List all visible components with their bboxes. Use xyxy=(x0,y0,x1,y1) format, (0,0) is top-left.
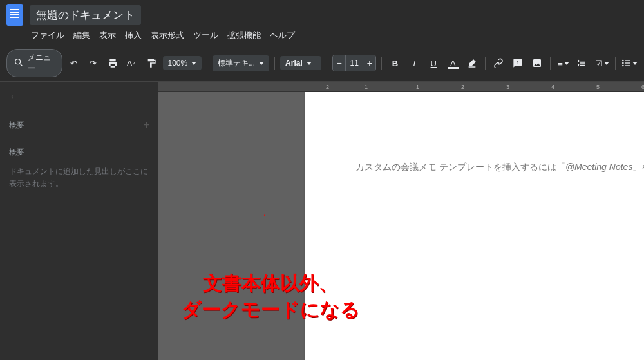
template-hint: カスタムの会議メモ テンプレートを挿入するには「@Meeting Notes」を… xyxy=(355,162,644,173)
chevron-down-icon xyxy=(604,62,609,65)
chevron-down-icon xyxy=(191,62,196,65)
svg-rect-6 xyxy=(625,62,630,63)
insert-link-button[interactable] xyxy=(491,55,506,71)
checklist-button[interactable]: ☑ xyxy=(594,55,610,71)
outline-help-text: ドキュメントに追加した見出しがここに表示されます。 xyxy=(9,166,149,190)
menu-insert[interactable]: 挿入 xyxy=(125,30,142,41)
outline-back-button[interactable]: ← xyxy=(9,91,149,102)
bulleted-list-button[interactable] xyxy=(621,55,638,71)
line-spacing-button[interactable] xyxy=(575,55,591,71)
menu-file[interactable]: ファイル xyxy=(31,30,64,41)
document-title[interactable]: 無題のドキュメント xyxy=(30,5,141,25)
horizontal-ruler[interactable]: 21 12 34 56 78 9 xyxy=(158,82,644,92)
print-button[interactable] xyxy=(105,55,120,71)
document-workspace[interactable]: 21 12 34 56 78 9 カスタムの会議メモ テンプレートを挿入するには… xyxy=(158,82,644,360)
font-dropdown[interactable]: Arial xyxy=(280,56,321,70)
chevron-down-icon xyxy=(307,62,312,65)
menubar: ファイル 編集 表示 挿入 表示形式 ツール 拡張機能 ヘルプ xyxy=(6,26,638,43)
font-size-stepper[interactable]: − + xyxy=(332,55,376,71)
paint-format-button[interactable] xyxy=(144,55,159,71)
svg-point-3 xyxy=(622,62,624,64)
paragraph-style-dropdown[interactable]: 標準テキ... xyxy=(213,55,269,71)
chevron-down-icon xyxy=(259,62,264,65)
underline-button[interactable]: U xyxy=(426,55,441,71)
align-button[interactable]: ≡ xyxy=(556,55,571,71)
search-label: メニュー xyxy=(28,52,55,74)
svg-rect-5 xyxy=(625,60,630,61)
svg-point-4 xyxy=(622,65,624,67)
highlight-button[interactable] xyxy=(464,55,480,71)
redo-button[interactable]: ↷ xyxy=(86,55,101,71)
text-color-button[interactable]: A xyxy=(445,55,460,71)
italic-button[interactable]: I xyxy=(406,55,422,71)
chevron-down-icon xyxy=(632,62,638,65)
font-size-input[interactable] xyxy=(345,55,363,71)
undo-button[interactable]: ↶ xyxy=(66,55,82,71)
svg-point-0 xyxy=(15,59,21,64)
search-menus[interactable]: メニュー xyxy=(6,49,62,77)
docs-icon[interactable] xyxy=(6,4,23,26)
insert-image-button[interactable] xyxy=(529,55,545,71)
chevron-down-icon xyxy=(564,62,569,65)
font-size-decrease[interactable]: − xyxy=(333,55,345,71)
menu-edit[interactable]: 編集 xyxy=(73,30,90,41)
menu-format[interactable]: 表示形式 xyxy=(151,30,184,41)
menu-ext[interactable]: 拡張機能 xyxy=(227,30,261,41)
add-comment-button[interactable] xyxy=(510,55,526,71)
spellcheck-button[interactable]: A✓ xyxy=(124,55,140,71)
outline-add-button[interactable]: + xyxy=(144,119,149,131)
search-icon xyxy=(14,57,24,70)
menu-tools[interactable]: ツール xyxy=(193,30,218,41)
font-size-increase[interactable]: + xyxy=(363,55,375,71)
outline-subheading: 概要 xyxy=(9,147,149,158)
svg-point-2 xyxy=(622,60,624,62)
bold-button[interactable]: B xyxy=(387,55,402,71)
outline-sidebar: ← 概要 + 概要 ドキュメントに追加した見出しがここに表示されます。 xyxy=(0,82,158,360)
menu-view[interactable]: 表示 xyxy=(99,30,116,41)
outline-heading: 概要 xyxy=(9,120,24,131)
svg-line-1 xyxy=(20,64,22,66)
zoom-dropdown[interactable]: 100% xyxy=(163,56,202,70)
menu-help[interactable]: ヘルプ xyxy=(270,30,295,41)
document-page[interactable]: カスタムの会議メモ テンプレートを挿入するには「@Meeting Notes」を… xyxy=(305,92,644,360)
svg-rect-7 xyxy=(625,65,630,66)
toolbar: メニュー ↶ ↷ A✓ 100% 標準テキ... Arial − + B I U… xyxy=(0,45,644,82)
